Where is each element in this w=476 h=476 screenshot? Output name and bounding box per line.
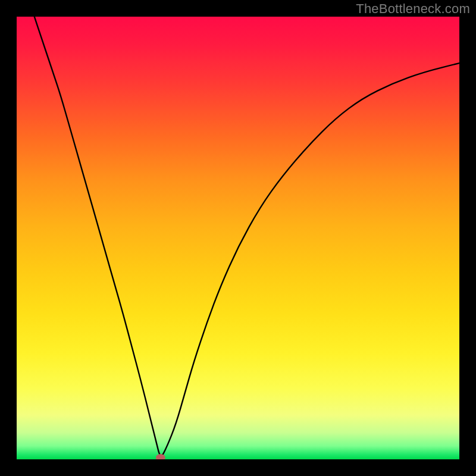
minimum-marker xyxy=(156,454,165,459)
curve-layer xyxy=(17,17,459,459)
chart-frame: TheBottleneck.com xyxy=(0,0,476,476)
watermark: TheBottleneck.com xyxy=(356,1,470,17)
plot-area xyxy=(17,17,459,459)
bottleneck-curve xyxy=(35,17,459,456)
